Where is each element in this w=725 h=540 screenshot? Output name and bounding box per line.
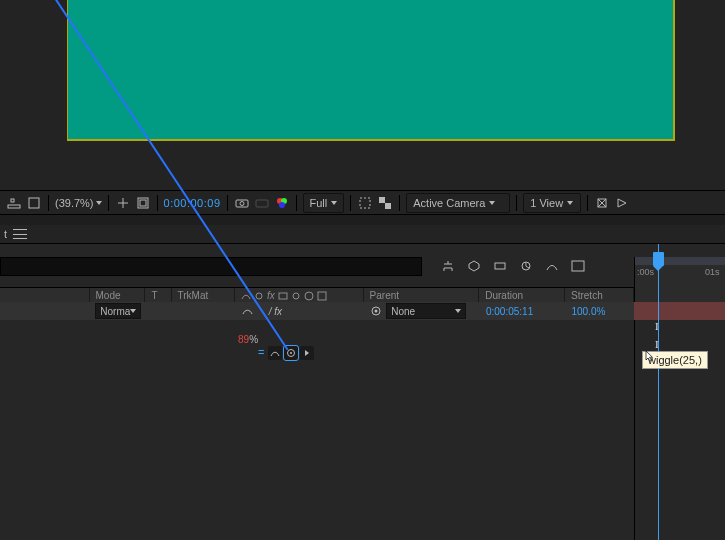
svg-point-24 [375, 310, 378, 313]
timeline-tool-icons [440, 257, 586, 275]
expression-enable-icon[interactable]: = [258, 346, 264, 358]
chevron-down-icon [455, 309, 461, 313]
current-time-indicator[interactable] [658, 244, 659, 540]
svg-point-26 [290, 352, 292, 354]
svg-rect-12 [379, 197, 385, 203]
time-ruler[interactable]: :00s 01s [634, 257, 725, 289]
resolution-dropdown[interactable]: Full [303, 193, 345, 213]
shy-switch[interactable] [242, 306, 253, 317]
hdr-t[interactable]: T [145, 288, 171, 303]
svg-rect-17 [572, 261, 584, 271]
frame-blend-icon[interactable] [492, 258, 508, 274]
svg-rect-0 [8, 205, 20, 208]
parent-dropdown[interactable]: None [386, 303, 466, 319]
svg-point-10 [279, 202, 285, 208]
snapshot-icon[interactable] [234, 195, 250, 211]
resolution-toggle-icon[interactable] [115, 195, 131, 211]
svg-rect-11 [360, 198, 370, 208]
comp-flowchart-icon[interactable] [440, 258, 456, 274]
fast-preview-icon[interactable] [614, 195, 630, 211]
camera-value: Active Camera [413, 197, 485, 209]
panel-menu-icon[interactable] [13, 229, 27, 239]
channels-icon[interactable] [274, 195, 290, 211]
timeline-search-input[interactable] [0, 257, 422, 276]
3d-icon [317, 291, 327, 301]
chevron-down-icon [567, 201, 573, 205]
expression-value[interactable]: 89% [238, 334, 258, 345]
show-snapshot-icon[interactable] [254, 195, 270, 211]
svg-rect-7 [256, 200, 268, 207]
graph-editor-icon[interactable] [544, 258, 560, 274]
panel-tab-label[interactable]: t [4, 228, 7, 240]
hdr-trkmat[interactable]: TrkMat [172, 288, 235, 303]
viewer-toolbar: (39.7%) 0:00:00:09 Full Active Camera 1 … [0, 190, 725, 215]
timeline-track-area [634, 287, 725, 540]
expression-row: 89% = [0, 334, 634, 364]
layer-bar[interactable] [634, 302, 725, 320]
zoom-value: (39.7%) [55, 197, 94, 209]
fx-switch[interactable]: / fx [267, 306, 283, 317]
roi-icon[interactable] [357, 195, 373, 211]
svg-point-6 [240, 202, 244, 206]
svg-rect-13 [385, 203, 391, 209]
magnify-icon[interactable] [6, 195, 22, 211]
camera-dropdown[interactable]: Active Camera [406, 193, 510, 213]
layer-duration[interactable]: 0:00:05:11 [480, 302, 566, 320]
composition-viewer [0, 0, 725, 190]
pixel-aspect-icon[interactable] [594, 195, 610, 211]
hdr-stretch[interactable]: Stretch [565, 288, 634, 303]
svg-point-21 [305, 292, 313, 300]
chevron-down-icon [130, 309, 136, 313]
spacer [0, 288, 90, 303]
cti-head[interactable] [653, 252, 664, 266]
draft3d-icon[interactable] [466, 258, 482, 274]
render-queue-icon[interactable] [570, 258, 586, 274]
zoom-dropdown[interactable]: (39.7%) [55, 197, 102, 209]
hdr-parent[interactable]: Parent [364, 288, 480, 303]
canvas[interactable] [68, 0, 673, 139]
cursor-icon [645, 350, 653, 362]
timeline-panel: :00s 01s Mode T TrkMat fx Parent Duratio… [0, 243, 725, 540]
transparency-grid-icon[interactable] [377, 195, 393, 211]
adjust-icon [304, 291, 314, 301]
svg-rect-4 [140, 200, 146, 206]
panel-tab-bar: t [0, 225, 725, 243]
chevron-down-icon [489, 201, 495, 205]
svg-point-20 [293, 293, 299, 299]
svg-point-18 [256, 293, 262, 299]
parent-value: None [391, 306, 415, 317]
ruler-tick-0: :00s [637, 267, 654, 277]
chevron-down-icon [331, 201, 337, 205]
frameblend-icon [278, 291, 288, 301]
blend-mode-dropdown[interactable]: Norma [95, 303, 141, 319]
view-value: 1 View [530, 197, 563, 209]
svg-rect-2 [29, 198, 39, 208]
expression-language-icon[interactable] [300, 346, 314, 360]
grid-icon[interactable] [26, 195, 42, 211]
svg-rect-19 [279, 293, 287, 299]
expression-graph-icon[interactable] [268, 346, 282, 360]
layer-switches: / fx [235, 302, 364, 320]
timeline-top-row: :00s 01s [0, 257, 725, 275]
motion-blur-icon[interactable] [518, 258, 534, 274]
blend-mode-value: Norma [100, 306, 130, 317]
safe-zones-icon[interactable] [135, 195, 151, 211]
svg-rect-15 [495, 263, 505, 269]
resolution-value: Full [310, 197, 328, 209]
pickwhip-icon[interactable] [370, 305, 382, 317]
layer-row[interactable]: Norma / fx None 0:00:05:11 100.0% [0, 302, 634, 320]
hdr-duration[interactable]: Duration [479, 288, 565, 303]
layer-stretch[interactable]: 100.0% [565, 302, 634, 320]
svg-rect-1 [11, 199, 14, 202]
motionblur-icon [291, 291, 301, 301]
quality-switch[interactable] [285, 306, 296, 317]
work-area-bar[interactable] [635, 257, 725, 265]
hdr-mode[interactable]: Mode [90, 288, 146, 303]
expression-controls [268, 346, 314, 360]
ruler-tick-1: 01s [705, 267, 720, 277]
svg-rect-22 [318, 292, 326, 300]
view-dropdown[interactable]: 1 View [523, 193, 581, 213]
chevron-down-icon [96, 201, 102, 205]
